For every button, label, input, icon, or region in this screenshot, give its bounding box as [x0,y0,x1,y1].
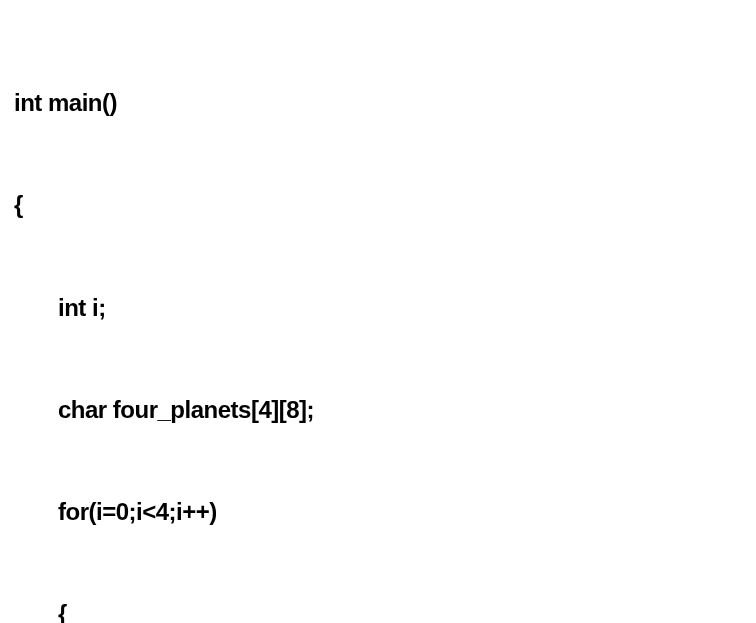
code-line: for(i=0;i<4;i++) [14,495,742,529]
code-line: { [14,597,742,623]
code-line: char four_planets[4][8]; [14,393,742,427]
code-block: int main() { int i; char four_planets[4]… [14,18,742,623]
code-line: int main() [14,86,742,120]
code-line: { [14,188,742,222]
code-line: int i; [14,291,742,325]
